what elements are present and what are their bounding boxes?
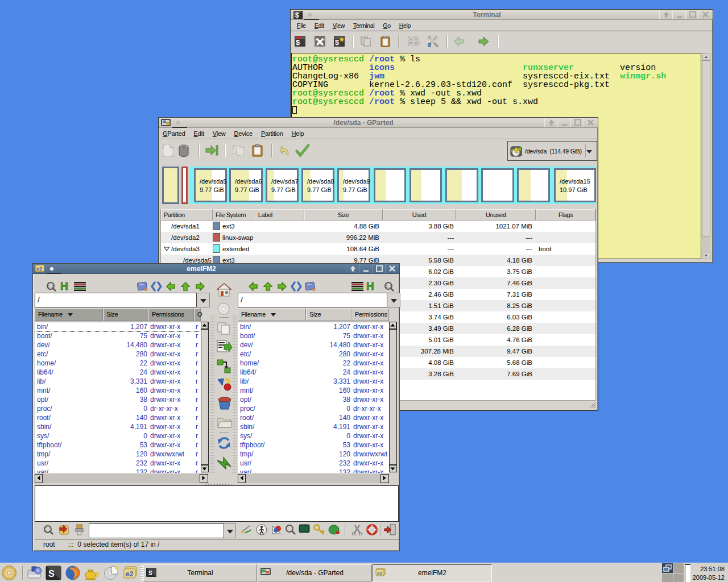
svg-text:e2: e2 xyxy=(377,571,382,576)
svg-text:e2: e2 xyxy=(36,266,42,272)
svg-text:H: H xyxy=(60,281,68,292)
svg-text:S: S xyxy=(148,570,152,576)
svg-text:S: S xyxy=(48,569,55,579)
svg-text:$: $ xyxy=(296,38,300,47)
svg-text:H: H xyxy=(366,281,374,292)
svg-text:$: $ xyxy=(295,11,299,19)
svg-text:$: $ xyxy=(335,38,340,47)
svg-text:e2: e2 xyxy=(126,570,134,578)
